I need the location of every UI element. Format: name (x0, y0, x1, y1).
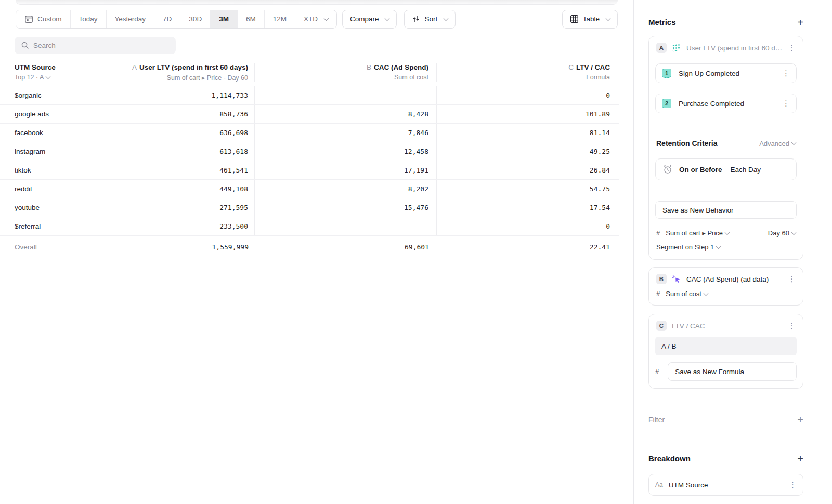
criteria-value-label: Each Day (731, 166, 761, 174)
save-formula-row: # Save as New Formula (655, 362, 797, 381)
cell-a: 233,500 (74, 217, 255, 235)
cell-a: 613,618 (74, 142, 255, 161)
column-title-text: CAC (Ad Spend) (374, 63, 428, 71)
range-6m-button[interactable]: 6M (237, 10, 264, 28)
range-3m-button[interactable]: 3M (210, 10, 237, 28)
metric-title: User LTV (spend in first 60 da... (686, 44, 785, 52)
metric-header: A User LTV (spend in first 60 da... ⋮ (655, 36, 797, 53)
column-header-a[interactable]: AUser LTV (spend in first 60 days) Sum o… (74, 63, 255, 82)
top-n-dropdown[interactable]: Top 12 · A (15, 74, 74, 81)
range-label: Today (79, 15, 98, 23)
kebab-menu-icon[interactable]: ⋮ (779, 69, 790, 78)
table-row[interactable]: google ads 858,736 8,428 101.89 (0, 105, 619, 124)
add-filter-button[interactable]: + (797, 416, 803, 423)
row-label: instagram (0, 142, 74, 161)
chevron-down-icon (606, 16, 611, 21)
table-row[interactable]: $referral 233,500 - 0 (0, 217, 619, 236)
range-label: 6M (246, 15, 256, 23)
row-label: $referral (0, 217, 74, 235)
range-today-button[interactable]: Today (70, 10, 106, 28)
sort-button[interactable]: Sort (404, 10, 456, 29)
chevron-down-icon (385, 16, 390, 21)
column-header-utm-source[interactable]: UTM Source Top 12 · A (0, 63, 74, 82)
segment-dropdown[interactable]: Segment on Step 1 (655, 243, 797, 251)
range-xtd-button[interactable]: XTD (295, 10, 336, 28)
range-30d-button[interactable]: 30D (180, 10, 210, 28)
criteria-type-label: On or Before (679, 166, 722, 174)
chevron-down-icon (791, 230, 797, 235)
range-12m-button[interactable]: 12M (264, 10, 295, 28)
table-row[interactable]: facebook 636,698 7,846 81.14 (0, 124, 619, 142)
retention-mode-dropdown[interactable]: Advanced (759, 140, 796, 148)
view-label: Table (583, 15, 600, 23)
step-number-badge: 1 (662, 69, 671, 78)
add-breakdown-button[interactable]: + (797, 455, 803, 462)
column-title: UTM Source (15, 63, 74, 71)
breakdown-item-label: UTM Source (669, 481, 708, 489)
cell-b: 15,476 (255, 198, 437, 217)
top-n-label: Top 12 · A (15, 74, 44, 81)
segment-label: Segment on Step 1 (656, 243, 714, 251)
measure-row: # Sum of cart ▸ Price Day 60 (655, 229, 797, 237)
table-row[interactable]: reddit 449,108 8,202 54.75 (0, 180, 619, 198)
numeric-hash-icon: # (655, 368, 659, 376)
numeric-hash-icon: # (656, 229, 660, 237)
range-yesterday-button[interactable]: Yesterday (106, 10, 154, 28)
divider (655, 196, 797, 196)
kebab-menu-icon[interactable]: ⋮ (785, 321, 796, 330)
save-new-behavior-button[interactable]: Save as New Behavior (655, 201, 797, 219)
table-row[interactable]: instagram 613,618 12,458 49.25 (0, 142, 619, 161)
search-input[interactable] (15, 37, 176, 54)
cell-b: 69,601 (255, 236, 437, 257)
metric-title: CAC (Ad Spend) (ad data) (686, 275, 769, 283)
breakdown-item-utm-source[interactable]: Aa UTM Source ⋮ (648, 474, 803, 496)
main-panel: Custom Today Yesterday 7D 30D 3M 6M 12M … (0, 0, 634, 504)
chevron-down-icon (444, 16, 449, 21)
cell-b: - (255, 217, 437, 235)
retention-criteria-selector[interactable]: On or Before Each Day (655, 158, 797, 180)
table-row[interactable]: youtube 271,595 15,476 17.54 (0, 198, 619, 217)
step-number-badge: 2 (662, 99, 671, 108)
add-metric-button[interactable]: + (797, 19, 803, 26)
range-7d-button[interactable]: 7D (154, 10, 180, 28)
sparkle-cursor-icon (672, 275, 681, 284)
compare-button[interactable]: Compare (342, 10, 397, 29)
kebab-menu-icon[interactable]: ⋮ (779, 99, 790, 108)
chevron-down-icon (703, 290, 708, 296)
chevron-down-icon (791, 140, 797, 145)
calendar-icon (24, 15, 33, 23)
measure-dropdown[interactable]: Sum of cart ▸ Price (666, 229, 729, 237)
window-dropdown[interactable]: Day 60 (768, 229, 796, 237)
cell-b: 17,191 (255, 161, 437, 179)
metric-header: C LTV / CAC ⋮ (655, 314, 797, 331)
save-new-formula-button[interactable]: Save as New Formula (668, 362, 797, 381)
metric-card-b: B CAC (Ad Spend) (ad data) ⋮ # Sum of co… (648, 267, 803, 306)
column-title: BCAC (Ad Spend) (255, 63, 428, 71)
funnel-step-2[interactable]: 2 Purchase Completed ⋮ (655, 94, 797, 113)
measure-dropdown[interactable]: Sum of cost (666, 290, 708, 298)
table-row[interactable]: $organic 1,114,733 - 0 (0, 86, 619, 105)
table-row[interactable]: tiktok 461,541 17,191 26.84 (0, 161, 619, 180)
kebab-menu-icon[interactable]: ⋮ (786, 480, 797, 489)
column-header-c[interactable]: CLTV / CAC Formula (437, 63, 619, 82)
column-title: CLTV / CAC (437, 63, 610, 71)
formula-input[interactable]: A / B (655, 337, 797, 355)
funnel-step-1[interactable]: 1 Sign Up Completed ⋮ (655, 63, 797, 83)
column-header-b[interactable]: BCAC (Ad Spend) Sum of cost (255, 63, 437, 82)
kebab-menu-icon[interactable]: ⋮ (785, 43, 796, 52)
metrics-title: Metrics (648, 18, 676, 26)
string-type-icon: Aa (655, 481, 663, 488)
chart-card-bottom-edge (16, 0, 618, 5)
toolbar: Custom Today Yesterday 7D 30D 3M 6M 12M … (16, 9, 618, 29)
cell-c: 81.14 (437, 124, 619, 142)
chevron-down-icon (46, 74, 51, 79)
range-custom-button[interactable]: Custom (16, 10, 70, 28)
metric-letter-badge: A (656, 43, 667, 53)
series-letter: C (568, 63, 574, 71)
compare-label: Compare (350, 15, 379, 23)
kebab-menu-icon[interactable]: ⋮ (785, 274, 796, 284)
view-table-button[interactable]: Table (562, 10, 618, 29)
data-table: UTM Source Top 12 · A AUser LTV (spend i… (0, 59, 619, 257)
measure-label: Sum of cost (666, 290, 701, 298)
cell-b: 8,202 (255, 180, 437, 198)
